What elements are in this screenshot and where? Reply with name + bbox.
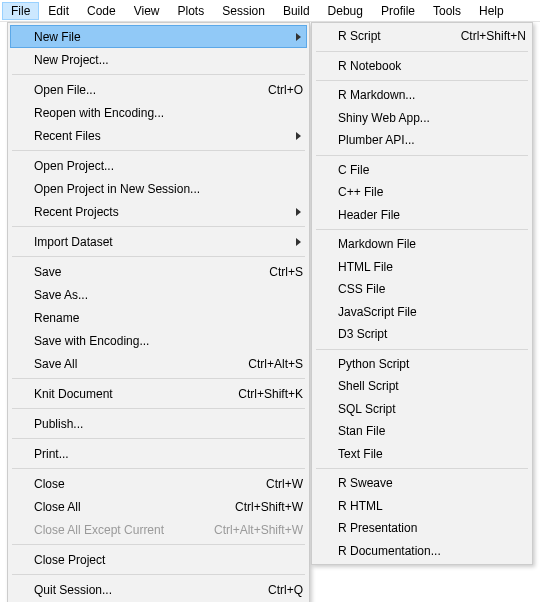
file-menu-separator [12,74,305,75]
file-menu-item-open-file[interactable]: Open File...Ctrl+O [10,78,307,101]
new-file-menu-item-sql-script[interactable]: SQL Script [314,398,530,421]
new-file-menu-item-shiny-web-app[interactable]: Shiny Web App... [314,107,530,130]
file-menu-item-print[interactable]: Print... [10,442,307,465]
menubar-item-plots[interactable]: Plots [169,2,214,20]
file-menu-item-close-all-except-current: Close All Except CurrentCtrl+Alt+Shift+W [10,518,307,541]
file-menu-separator [12,150,305,151]
menu-item-label: R Documentation... [338,544,526,558]
new-file-menu-item-c-file[interactable]: C File [314,159,530,182]
file-menu-item-save-all[interactable]: Save AllCtrl+Alt+S [10,352,307,375]
new-file-menu-item-d3-script[interactable]: D3 Script [314,323,530,346]
file-menu-item-recent-projects[interactable]: Recent Projects [10,200,307,223]
menubar-item-tools[interactable]: Tools [424,2,470,20]
file-menu-item-close[interactable]: CloseCtrl+W [10,472,307,495]
new-file-menu-item-r-notebook[interactable]: R Notebook [314,55,530,78]
menu-item-label: Plumber API... [338,133,526,147]
menu-item-label: SQL Script [338,402,526,416]
new-file-menu-item-stan-file[interactable]: Stan File [314,420,530,443]
menu-item-label: Stan File [338,424,526,438]
menu-item-shortcut: Ctrl+O [258,83,303,97]
menu-item-label: Import Dataset [34,235,296,249]
new-file-menu-item-css-file[interactable]: CSS File [314,278,530,301]
file-menu-separator [12,468,305,469]
file-menu-item-rename[interactable]: Rename [10,306,307,329]
file-menu-item-close-project[interactable]: Close Project [10,548,307,571]
file-menu-item-save[interactable]: SaveCtrl+S [10,260,307,283]
menu-item-label: R HTML [338,499,526,513]
menubar-item-help[interactable]: Help [470,2,513,20]
new-file-menu-item-html-file[interactable]: HTML File [314,256,530,279]
file-menu-item-open-project-in-new-session[interactable]: Open Project in New Session... [10,177,307,200]
submenu-arrow-icon [296,208,301,216]
new-file-menu-item-shell-script[interactable]: Shell Script [314,375,530,398]
new-file-menu-item-text-file[interactable]: Text File [314,443,530,466]
file-menu-item-recent-files[interactable]: Recent Files [10,124,307,147]
menu-item-label: Open Project in New Session... [34,182,303,196]
menubar-item-build[interactable]: Build [274,2,319,20]
menubar-item-profile[interactable]: Profile [372,2,424,20]
file-menu-item-publish[interactable]: Publish... [10,412,307,435]
menu-item-label: Save [34,265,259,279]
menu-item-label: R Notebook [338,59,526,73]
file-menu-item-reopen-with-encoding[interactable]: Reopen with Encoding... [10,101,307,124]
file-menu-separator [12,256,305,257]
new-file-submenu: R ScriptCtrl+Shift+NR NotebookR Markdown… [311,22,533,565]
file-menu-item-save-with-encoding[interactable]: Save with Encoding... [10,329,307,352]
submenu-arrow-icon [296,33,301,41]
menu-item-label: Header File [338,208,526,222]
new-file-menu-item-plumber-api[interactable]: Plumber API... [314,129,530,152]
file-menu-item-import-dataset[interactable]: Import Dataset [10,230,307,253]
menu-item-label: Markdown File [338,237,526,251]
menu-item-label: Knit Document [34,387,228,401]
file-menu-item-new-project[interactable]: New Project... [10,48,307,71]
new-file-menu-item-r-sweave[interactable]: R Sweave [314,472,530,495]
menu-item-label: Text File [338,447,526,461]
menu-item-shortcut: Ctrl+Shift+N [451,29,526,43]
file-menu-separator [12,226,305,227]
menu-item-label: Recent Files [34,129,296,143]
menu-item-label: New Project... [34,53,303,67]
file-menu-item-quit-session[interactable]: Quit Session...Ctrl+Q [10,578,307,601]
new-file-menu-separator [316,468,528,469]
new-file-menu-item-r-presentation[interactable]: R Presentation [314,517,530,540]
new-file-menu-item-javascript-file[interactable]: JavaScript File [314,301,530,324]
file-menu-dropdown: New FileNew Project...Open File...Ctrl+O… [7,22,310,602]
file-menu-item-new-file[interactable]: New File [10,25,307,48]
menubar-item-view[interactable]: View [125,2,169,20]
file-menu-item-close-all[interactable]: Close AllCtrl+Shift+W [10,495,307,518]
menu-item-label: Close [34,477,256,491]
new-file-menu-item-r-documentation[interactable]: R Documentation... [314,540,530,563]
menubar-item-file[interactable]: File [2,2,39,20]
new-file-menu-item-header-file[interactable]: Header File [314,204,530,227]
menu-item-label: D3 Script [338,327,526,341]
new-file-menu-separator [316,229,528,230]
new-file-menu-item-markdown-file[interactable]: Markdown File [314,233,530,256]
new-file-menu-item-r-markdown[interactable]: R Markdown... [314,84,530,107]
menubar-item-code[interactable]: Code [78,2,125,20]
new-file-menu-separator [316,155,528,156]
menu-item-shortcut: Ctrl+Alt+Shift+W [204,523,303,537]
new-file-menu-item-r-script[interactable]: R ScriptCtrl+Shift+N [314,25,530,48]
new-file-menu-item-python-script[interactable]: Python Script [314,353,530,376]
menu-item-label: Print... [34,447,303,461]
new-file-menu-separator [316,80,528,81]
new-file-menu-item-c-file[interactable]: C++ File [314,181,530,204]
menu-item-label: Open Project... [34,159,303,173]
menu-item-label: Shell Script [338,379,526,393]
new-file-menu-item-r-html[interactable]: R HTML [314,495,530,518]
menubar-item-debug[interactable]: Debug [319,2,372,20]
menubar-item-session[interactable]: Session [213,2,274,20]
new-file-menu-separator [316,349,528,350]
submenu-arrow-icon [296,238,301,246]
menu-item-label: Close All Except Current [34,523,204,537]
file-menu-separator [12,438,305,439]
menu-item-shortcut: Ctrl+Q [258,583,303,597]
menubar-item-edit[interactable]: Edit [39,2,78,20]
file-menu-item-open-project[interactable]: Open Project... [10,154,307,177]
menu-item-label: Python Script [338,357,526,371]
menu-item-label: Recent Projects [34,205,296,219]
menu-item-shortcut: Ctrl+S [259,265,303,279]
file-menu-item-knit-document[interactable]: Knit DocumentCtrl+Shift+K [10,382,307,405]
menu-item-label: C File [338,163,526,177]
file-menu-item-save-as[interactable]: Save As... [10,283,307,306]
